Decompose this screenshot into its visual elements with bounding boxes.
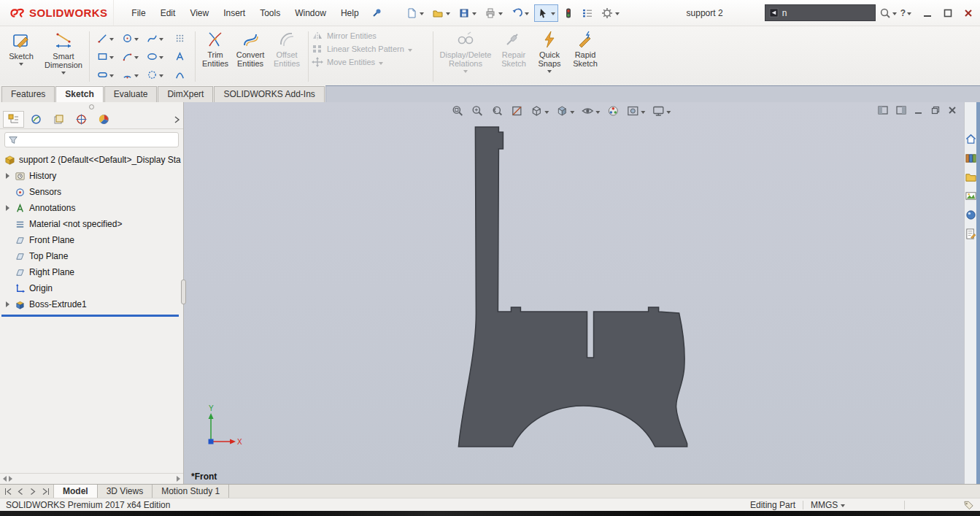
print-button[interactable] xyxy=(482,4,506,22)
tree-item-right-plane[interactable]: Right Plane xyxy=(0,264,183,280)
linear-sketch-pattern-button[interactable]: Linear Sketch Pattern xyxy=(312,44,430,54)
arc-tool[interactable] xyxy=(122,51,133,62)
menu-view[interactable]: View xyxy=(182,4,216,22)
apply-scene-button[interactable] xyxy=(625,104,646,118)
split-pane-right-button[interactable] xyxy=(896,106,906,115)
menu-help[interactable]: Help xyxy=(333,4,366,22)
home-button[interactable] xyxy=(963,131,978,146)
open-button[interactable] xyxy=(429,4,453,22)
appearances-button[interactable] xyxy=(963,207,978,222)
menu-edit[interactable]: Edit xyxy=(153,4,183,22)
sketch-picture-tool[interactable] xyxy=(174,33,185,44)
display-delete-relations-button[interactable]: Display/Delete Relations xyxy=(436,28,495,83)
panel-tab-overflow-arrow[interactable] xyxy=(173,116,180,123)
view-palette-button[interactable] xyxy=(963,188,978,203)
part-body[interactable] xyxy=(458,127,687,447)
command-list-button[interactable] xyxy=(579,4,596,22)
tab-dimxpertmanager[interactable] xyxy=(71,111,92,128)
tab-sketch[interactable]: Sketch xyxy=(55,86,103,102)
split-pane-left-button[interactable] xyxy=(878,106,888,115)
tree-item-sensors[interactable]: Sensors xyxy=(0,184,183,200)
previous-tab-button[interactable] xyxy=(15,488,26,495)
tab-3d-views[interactable]: 3D Views xyxy=(98,485,153,498)
tree-item-boss-extrude1[interactable]: Boss-Extrude1 xyxy=(0,296,183,312)
move-entities-button[interactable]: Move Entities xyxy=(312,57,430,67)
pin-menu-button[interactable] xyxy=(371,7,382,19)
menu-tools[interactable]: Tools xyxy=(252,4,288,22)
hide-show-items-button[interactable] xyxy=(580,104,601,118)
design-library-button[interactable] xyxy=(963,150,978,165)
three-point-arc-tool[interactable] xyxy=(122,69,133,80)
tree-item-origin[interactable]: Origin xyxy=(0,280,183,296)
circle-tool[interactable] xyxy=(122,33,133,44)
tab-model[interactable]: Model xyxy=(54,485,98,498)
last-tab-button[interactable] xyxy=(40,488,50,495)
tab-evaluate[interactable]: Evaluate xyxy=(104,86,158,102)
expand-arrow-icon[interactable] xyxy=(6,205,9,211)
offset-entities-button[interactable]: Offset Entities xyxy=(269,28,305,83)
repair-sketch-button[interactable]: Repair Sketch xyxy=(495,28,533,83)
select-button[interactable] xyxy=(534,4,558,22)
search-input[interactable]: n xyxy=(765,4,876,21)
filter-input[interactable] xyxy=(4,132,179,147)
panel-flyout-icon[interactable] xyxy=(177,476,180,482)
units-selector[interactable]: MMGS xyxy=(811,500,897,510)
tab-propertymanager[interactable] xyxy=(26,111,47,128)
tree-item-annotations[interactable]: Annotations xyxy=(0,200,183,216)
tab-configurationmanager[interactable] xyxy=(48,111,69,128)
spline-tool[interactable] xyxy=(147,33,158,44)
edit-appearance-button[interactable] xyxy=(606,104,620,118)
panel-horizontal-scrollbar[interactable] xyxy=(0,473,183,484)
maximize-button[interactable] xyxy=(939,5,957,21)
tab-solidworks-add-ins[interactable]: SOLIDWORKS Add-Ins xyxy=(214,86,324,102)
tree-item-top-plane[interactable]: Top Plane xyxy=(0,248,183,264)
rectangle-tool[interactable] xyxy=(97,51,108,62)
doc-close-button[interactable] xyxy=(948,106,957,115)
scroll-left-icon[interactable] xyxy=(3,476,7,482)
view-settings-button[interactable] xyxy=(651,104,671,118)
mirror-entities-button[interactable]: Mirror Entities xyxy=(312,31,430,41)
tab-dimxpert[interactable]: DimXpert xyxy=(158,86,213,102)
expand-arrow-icon[interactable] xyxy=(6,173,9,179)
doc-restore-button[interactable] xyxy=(931,106,940,115)
doc-minimize-button[interactable] xyxy=(914,106,923,115)
text-tool[interactable] xyxy=(174,51,185,62)
menu-window[interactable]: Window xyxy=(288,4,333,22)
scroll-right-icon[interactable] xyxy=(9,476,12,482)
next-tab-button[interactable] xyxy=(28,488,38,495)
slot-tool[interactable] xyxy=(97,69,108,80)
tree-item-material[interactable]: Material <not specified> xyxy=(0,216,183,232)
expand-arrow-icon[interactable] xyxy=(6,301,9,307)
sketch-tool-button[interactable]: Sketch xyxy=(1,28,41,83)
panel-splitter-handle[interactable] xyxy=(181,280,186,304)
help-button[interactable]: ? xyxy=(900,8,911,18)
section-view-button[interactable] xyxy=(509,104,524,118)
save-button[interactable] xyxy=(455,4,479,22)
custom-properties-tag-button[interactable] xyxy=(963,500,974,510)
conic-tool[interactable] xyxy=(174,69,185,80)
previous-view-button[interactable] xyxy=(490,104,504,118)
tab-featuremanager-tree[interactable] xyxy=(3,111,24,128)
menu-insert[interactable]: Insert xyxy=(216,4,252,22)
close-button[interactable] xyxy=(960,5,977,21)
perimeter-circle-tool[interactable] xyxy=(147,69,158,80)
convert-entities-button[interactable]: Convert Entities xyxy=(232,28,269,83)
menu-file[interactable]: File xyxy=(124,4,153,22)
line-tool[interactable] xyxy=(97,33,108,44)
tab-motion-study-1[interactable]: Motion Study 1 xyxy=(153,485,229,498)
custom-properties-button[interactable] xyxy=(963,226,978,241)
view-orientation-button[interactable] xyxy=(529,104,549,118)
new-document-button[interactable] xyxy=(403,4,427,22)
ellipse-tool[interactable] xyxy=(147,51,158,62)
tree-item-front-plane[interactable]: Front Plane xyxy=(0,232,183,248)
tree-item-history[interactable]: History xyxy=(0,168,183,184)
minimize-button[interactable] xyxy=(919,5,936,21)
settings-button[interactable] xyxy=(598,4,622,22)
tree-root[interactable]: support 2 (Default<<Default>_Display Sta xyxy=(0,152,183,168)
tab-features[interactable]: Features xyxy=(1,86,55,102)
search-button[interactable] xyxy=(879,7,897,19)
tab-displaymanager[interactable] xyxy=(93,111,115,128)
first-tab-button[interactable] xyxy=(3,488,13,495)
undo-button[interactable] xyxy=(508,4,532,22)
rollback-bar[interactable] xyxy=(1,315,179,317)
